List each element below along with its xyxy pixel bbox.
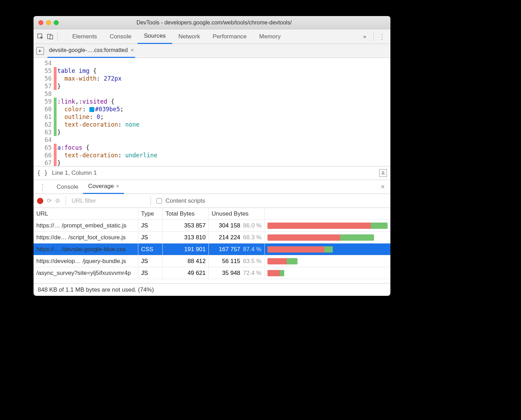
table-row[interactable]: https://… /devsite-google-blue.cssCSS191… <box>34 243 390 255</box>
titlebar: DevTools - developers.google.com/web/too… <box>34 16 390 29</box>
cursor-position: Line 1, Column 1 <box>52 170 97 177</box>
drawer-tabs: ⋮ ConsoleCoverage× × <box>34 180 390 194</box>
cell-bar <box>265 232 390 243</box>
url-filter-input[interactable]: URL filter <box>72 197 145 204</box>
tab-elements[interactable]: Elements <box>66 29 103 44</box>
panel-tabs: ElementsConsoleSourcesNetworkPerformance… <box>66 29 358 44</box>
close-drawer-tab-icon[interactable]: × <box>116 183 119 189</box>
separator <box>151 196 151 205</box>
cell-url: https://de… /script_foot_closure.js <box>34 232 138 243</box>
cell-bar <box>265 255 390 267</box>
cell-unused: 35 94872.4 % <box>209 267 265 279</box>
reload-icon[interactable]: ⟳ <box>47 197 52 204</box>
cell-type: JS <box>138 255 163 267</box>
tab-sources[interactable]: Sources <box>138 29 172 44</box>
coverage-summary: 848 KB of 1.1 MB bytes are not used. (74… <box>34 283 390 296</box>
source-code[interactable]: table img { max-width: 272px} :link,:vis… <box>57 58 390 166</box>
record-button[interactable] <box>37 198 43 204</box>
file-tab[interactable]: devsite-google-….css:formatted × <box>47 44 135 58</box>
table-header: URL Type Total Bytes Unused Bytes <box>34 208 390 220</box>
cell-unused: 304 15886.0 % <box>209 220 265 231</box>
minimize-window-button[interactable] <box>46 20 51 25</box>
cell-total: 353 857 <box>163 220 209 231</box>
window-controls <box>34 20 59 25</box>
drawer-menu-icon[interactable]: ⋮ <box>36 183 50 191</box>
toggle-sidebar-icon[interactable] <box>379 169 387 177</box>
summary-text: 848 KB of 1.1 MB bytes are not used. (74… <box>38 286 154 293</box>
cell-total: 191 901 <box>163 243 209 255</box>
coverage-table: URL Type Total Bytes Unused Bytes https:… <box>34 208 390 283</box>
col-visualization <box>265 208 390 219</box>
pretty-print-icon[interactable]: { } <box>37 170 48 177</box>
svg-rect-2 <box>50 35 53 39</box>
separator <box>373 32 374 41</box>
cell-unused: 167 75787.4 % <box>209 243 265 255</box>
cell-url: https://develop… /jquery-bundle.js <box>34 255 138 267</box>
device-toolbar-icon[interactable] <box>45 33 55 40</box>
coverage-gutter <box>54 58 57 166</box>
clear-icon[interactable]: ⊘ <box>55 197 60 204</box>
coverage-toolbar: ⟳ ⊘ URL filter Content scripts <box>34 194 390 208</box>
cell-bar <box>265 220 390 231</box>
cell-url: /async_survey?site=ylj5ifxusvvmr4p <box>34 267 138 279</box>
navigator-toggle-icon[interactable] <box>36 47 44 55</box>
content-scripts-label: Content scripts <box>166 197 205 204</box>
tab-console[interactable]: Console <box>103 29 138 44</box>
drawer-tab-console[interactable]: Console <box>52 180 83 194</box>
cell-url: https://… /devsite-google-blue.css <box>34 243 138 255</box>
cell-url: https://… /prompt_embed_static.js <box>34 220 138 231</box>
col-type[interactable]: Type <box>138 208 163 219</box>
cell-type: JS <box>138 267 163 279</box>
cell-bar <box>265 243 390 255</box>
cell-total: 313 810 <box>163 232 209 243</box>
editor-statusbar: { } Line 1, Column 1 <box>34 166 390 180</box>
cell-type: CSS <box>138 243 163 255</box>
more-panels-icon[interactable]: » <box>358 33 371 40</box>
cell-type: JS <box>138 220 163 231</box>
content-scripts-checkbox[interactable] <box>156 198 162 204</box>
settings-menu-icon[interactable]: ⋮ <box>376 32 388 41</box>
inspect-element-icon[interactable] <box>36 33 45 40</box>
sources-file-tabs: devsite-google-….css:formatted × <box>34 44 390 58</box>
table-row[interactable]: https://de… /script_foot_closure.jsJS313… <box>34 232 390 243</box>
cell-total: 49 621 <box>163 267 209 279</box>
cell-bar <box>265 267 390 279</box>
tab-memory[interactable]: Memory <box>253 29 287 44</box>
cell-unused: 214 22468.3 % <box>209 232 265 243</box>
drawer-tab-coverage[interactable]: Coverage× <box>83 180 124 194</box>
window-title: DevTools - developers.google.com/web/too… <box>59 20 390 26</box>
table-row[interactable]: https://… /prompt_embed_static.jsJS353 8… <box>34 220 390 232</box>
cell-total: 88 412 <box>163 255 209 267</box>
close-tab-icon[interactable]: × <box>131 47 134 53</box>
tab-performance[interactable]: Performance <box>206 29 253 44</box>
table-row[interactable]: /async_survey?site=ylj5ifxusvvmr4pJS49 6… <box>34 267 390 279</box>
line-numbers: 545556575859606162636465666768 <box>34 58 54 166</box>
col-url[interactable]: URL <box>34 208 138 219</box>
source-editor[interactable]: 545556575859606162636465666768 table img… <box>34 58 390 166</box>
tab-network[interactable]: Network <box>172 29 206 44</box>
zoom-window-button[interactable] <box>54 20 59 25</box>
main-toolbar: ElementsConsoleSourcesNetworkPerformance… <box>34 29 390 44</box>
table-row[interactable]: https://develop… /jquery-bundle.jsJS88 4… <box>34 255 390 267</box>
col-total[interactable]: Total Bytes <box>163 208 209 219</box>
close-window-button[interactable] <box>38 20 43 25</box>
cell-type: JS <box>138 232 163 243</box>
separator <box>57 32 58 41</box>
file-tab-label: devsite-google-….css:formatted <box>49 47 128 53</box>
cell-unused: 56 11563.5 % <box>209 255 265 267</box>
close-drawer-icon[interactable]: × <box>377 183 388 191</box>
devtools-window: DevTools - developers.google.com/web/too… <box>34 16 390 296</box>
col-unused[interactable]: Unused Bytes <box>209 208 265 219</box>
separator <box>66 196 66 205</box>
